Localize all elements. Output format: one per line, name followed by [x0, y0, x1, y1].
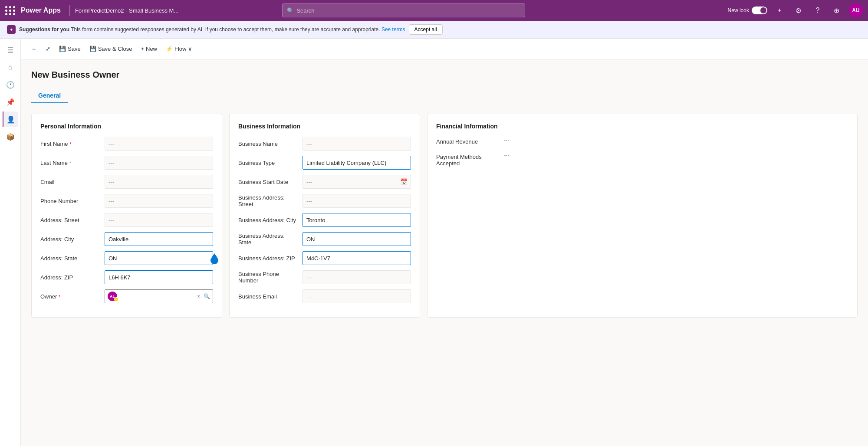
business-start-date-field[interactable]: ---: [302, 175, 411, 189]
business-start-date-label: Business Start Date: [238, 179, 299, 185]
phone-field[interactable]: ---: [105, 194, 213, 208]
back-icon: ←: [31, 46, 37, 52]
avatar[interactable]: AU: [849, 3, 863, 17]
business-start-date-wrapper: --- 📅: [302, 175, 411, 189]
business-type-label: Business Type: [238, 160, 299, 166]
biz-address-zip-field[interactable]: [302, 251, 411, 265]
annual-revenue-row: Annual Revenue ---: [436, 137, 848, 145]
form-area: New Business Owner General Personal Info…: [21, 59, 868, 446]
sidebar: ☰ ⌂ 🕐 📌 👤 📦: [0, 39, 21, 446]
search-icon: 🔍: [287, 7, 294, 14]
required-star: *: [69, 141, 71, 147]
content-area: ← ⤢ 💾 Save 💾 Save & Close + New ⚡ Flow ∨: [21, 39, 868, 446]
biz-phone-row: Business Phone Number ---: [238, 270, 411, 284]
owner-avatar-badge: [114, 297, 118, 302]
first-name-label: First Name *: [40, 141, 101, 147]
back-button[interactable]: ←: [28, 43, 40, 55]
first-name-row: First Name * ---: [40, 137, 213, 151]
address-state-field[interactable]: [105, 251, 213, 265]
flow-chevron-icon: ∨: [188, 46, 192, 52]
owner-row: Owner * AL × 🔍: [40, 289, 213, 303]
biz-address-street-field[interactable]: ---: [302, 194, 411, 208]
biz-address-state-field[interactable]: [302, 232, 411, 246]
personal-panel-title: Personal Information: [40, 123, 213, 130]
address-zip-field[interactable]: [105, 270, 213, 284]
address-state-label: Address: State: [40, 255, 101, 262]
biz-email-row: Business Email ---: [238, 289, 411, 303]
email-row: Email ---: [40, 175, 213, 189]
save-close-button[interactable]: 💾 Save & Close: [86, 43, 136, 55]
owner-field[interactable]: AL × 🔍: [105, 289, 213, 303]
last-name-row: Last Name * ---: [40, 156, 213, 170]
sidebar-item-data[interactable]: 📦: [3, 129, 18, 144]
tab-general[interactable]: General: [31, 89, 68, 103]
app-title: FormPredictDemo2 - Small Business M...: [75, 7, 178, 14]
address-city-row: Address: City: [40, 232, 213, 246]
settings-button[interactable]: ⚙: [792, 3, 806, 17]
sidebar-item-recent[interactable]: 🕐: [3, 77, 18, 92]
biz-address-city-label: Business Address: City: [238, 217, 299, 223]
new-icon: +: [141, 46, 144, 52]
biz-address-city-field[interactable]: [302, 213, 411, 227]
new-button[interactable]: + New: [137, 43, 161, 55]
email-label: Email: [40, 179, 101, 185]
financial-panel-title: Financial Information: [436, 123, 848, 130]
address-street-field[interactable]: ---: [105, 213, 213, 227]
search-bar[interactable]: 🔍: [282, 3, 525, 17]
address-street-label: Address: Street: [40, 217, 101, 223]
first-name-field[interactable]: ---: [105, 137, 213, 151]
biz-address-zip-label: Business Address: ZIP: [238, 255, 299, 262]
toggle-switch[interactable]: [752, 7, 767, 14]
biz-address-state-row: Business Address: State: [238, 232, 411, 246]
accept-all-button[interactable]: Accept all: [409, 24, 443, 35]
calendar-icon[interactable]: 📅: [400, 178, 408, 185]
business-name-field[interactable]: ---: [302, 137, 411, 151]
flow-button[interactable]: ⚡ Flow ∨: [162, 43, 196, 55]
financial-panel: Financial Information Annual Revenue ---…: [427, 114, 858, 318]
sidebar-item-contacts[interactable]: 👤: [3, 112, 18, 127]
app-launcher[interactable]: [5, 6, 16, 15]
form-title: New Business Owner: [31, 70, 858, 80]
phone-label: Phone Number: [40, 198, 101, 204]
see-terms-link[interactable]: See terms: [381, 26, 405, 33]
add-button[interactable]: +: [773, 3, 786, 17]
owner-clear-button[interactable]: ×: [197, 293, 200, 299]
owner-label: Owner *: [40, 293, 101, 300]
new-look-toggle[interactable]: New look: [728, 7, 767, 14]
address-city-field[interactable]: [105, 232, 213, 246]
biz-address-state-label: Business Address: State: [238, 233, 299, 246]
sidebar-item-pinned[interactable]: 📌: [3, 94, 18, 110]
biz-address-street-label: Business Address: Street: [238, 194, 299, 207]
expand-button[interactable]: ⤢: [42, 43, 54, 55]
phone-row: Phone Number ---: [40, 194, 213, 208]
suggestions-label: Suggestions for you This form contains s…: [19, 26, 405, 33]
flow-icon: ⚡: [166, 46, 173, 52]
brand-name: Power Apps: [21, 7, 61, 14]
sidebar-item-menu[interactable]: ☰: [3, 42, 18, 58]
business-panel: Business Information Business Name --- B…: [229, 114, 420, 318]
biz-address-zip-row: Business Address: ZIP: [238, 251, 411, 265]
help-button[interactable]: ?: [811, 3, 825, 17]
business-name-label: Business Name: [238, 141, 299, 147]
biz-email-field[interactable]: ---: [302, 289, 411, 303]
form-panels: Personal Information First Name * --- La…: [31, 114, 858, 318]
email-field[interactable]: ---: [105, 175, 213, 189]
divider: [69, 5, 70, 16]
top-bar-right: New look + ⚙ ? ⊕ AU: [728, 3, 863, 17]
biz-address-street-row: Business Address: Street ---: [238, 194, 411, 208]
payment-methods-label: Payment Methods Accepted: [436, 152, 497, 167]
sidebar-item-home[interactable]: ⌂: [3, 59, 18, 75]
owner-search-button[interactable]: 🔍: [204, 293, 210, 299]
annual-revenue-field[interactable]: ---: [504, 137, 848, 143]
toolbar: ← ⤢ 💾 Save 💾 Save & Close + New ⚡ Flow ∨: [21, 39, 868, 59]
business-type-field[interactable]: [302, 156, 411, 170]
save-button[interactable]: 💾 Save: [56, 43, 84, 55]
top-bar: Power Apps FormPredictDemo2 - Small Busi…: [0, 0, 868, 21]
biz-phone-field[interactable]: ---: [302, 270, 411, 284]
payment-methods-field[interactable]: ---: [504, 152, 848, 158]
business-panel-title: Business Information: [238, 123, 411, 130]
share-button[interactable]: ⊕: [830, 3, 844, 17]
last-name-field[interactable]: ---: [105, 156, 213, 170]
search-input[interactable]: [296, 7, 520, 14]
owner-avatar: AL: [108, 292, 117, 301]
